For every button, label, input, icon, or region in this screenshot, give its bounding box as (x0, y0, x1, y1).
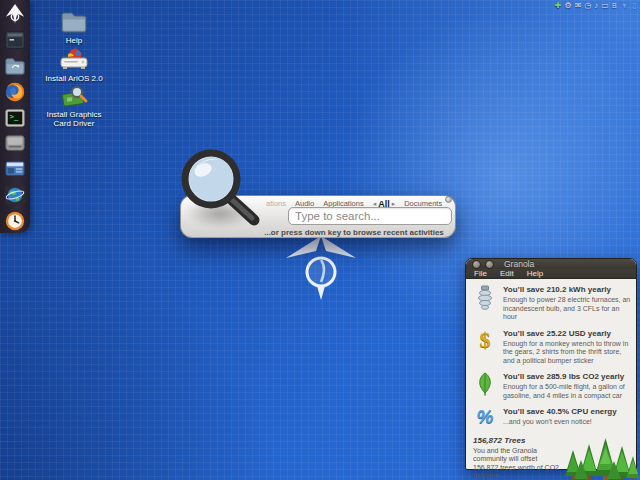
trees-title: 156,872 Trees (473, 436, 559, 445)
savings-desc: Enough for a monkey wrench to throw in t… (503, 340, 631, 366)
clock-icon[interactable]: ◷ (584, 1, 591, 11)
dock-item-disk-utility[interactable] (3, 131, 27, 155)
updates-icon[interactable]: ✚ (555, 1, 562, 11)
volume-icon[interactable]: ♪ (594, 1, 598, 11)
install-arios-icon (58, 46, 90, 72)
arios-logo-icon (4, 3, 26, 25)
folder-icon (4, 55, 26, 77)
dock-clock-icon (4, 210, 26, 232)
savings-row-cpu: % You’ll save 40.5% CPU energy ...and yo… (473, 407, 631, 427)
granola-body: You’ll save 210.2 kWh yearly Enough to p… (466, 279, 636, 480)
dock-item-firefox[interactable] (3, 80, 27, 104)
session-gear-icon[interactable]: ⚙ (564, 1, 571, 11)
leaf-icon (473, 372, 497, 400)
search-magnifier-icon (178, 148, 264, 230)
desktop-icon-install-arios[interactable]: Install AriOS 2.0 (38, 46, 110, 83)
menu-file[interactable]: File (474, 269, 487, 278)
savings-desc: ...and you won’t even notice! (503, 418, 631, 427)
menu-edit[interactable]: Edit (500, 269, 514, 278)
close-button[interactable] (472, 260, 481, 269)
dock-item-file-manager[interactable] (3, 54, 27, 78)
dock-item-terminal-green[interactable]: >_ (3, 106, 27, 130)
dock-item-display-settings[interactable] (3, 157, 27, 181)
cfl-bulb-icon (473, 285, 497, 322)
arios-watermark-logo (283, 232, 359, 308)
savings-row-kwh: You’ll save 210.2 kWh yearly Enough to p… (473, 285, 631, 322)
savings-desc: Enough to power 28 electric furnaces, an… (503, 296, 631, 322)
svg-text:>_: >_ (10, 111, 19, 120)
battery-icon[interactable]: ▭ (601, 1, 609, 11)
network-icon[interactable]: ▾ (623, 1, 627, 11)
trees-summary: 156,872 Trees You and the Granola commun… (473, 436, 631, 480)
desktop-icon-help[interactable]: Help (38, 8, 110, 45)
granola-window: Granola File Edit Help You’ll save 210.2… (465, 258, 637, 470)
savings-title: You’ll save 40.5% CPU energy (503, 407, 631, 417)
dock-item-terminal-dark[interactable] (3, 28, 27, 52)
savings-desc: Enough for a 500-mile flight, a gallon o… (503, 383, 631, 400)
tab-actions[interactable]: ations (266, 199, 286, 208)
savings-title: You’ll save 285.9 lbs CO2 yearly (503, 372, 631, 382)
savings-title: You’ll save 210.2 kWh yearly (503, 285, 631, 295)
trees-illustration (563, 436, 639, 480)
dollar-icon: $ (480, 329, 491, 351)
bluetooth-icon[interactable]: B (612, 1, 617, 11)
dock-item-arios-logo[interactable] (3, 2, 27, 26)
mail-icon[interactable]: ✉ (575, 1, 582, 11)
percent-icon: % (477, 407, 494, 426)
savings-row-usd: $ You’ll save 25.22 USD yearly Enough fo… (473, 329, 631, 366)
window-title: Granola (504, 259, 534, 269)
power-icon[interactable]: ▯ (633, 1, 637, 11)
firefox-icon (4, 81, 26, 103)
menu-help[interactable]: Help (527, 269, 543, 278)
desktop-icon-label: Install Graphics Card Driver (38, 110, 110, 128)
help-folder-icon (60, 8, 88, 34)
minimize-button[interactable] (485, 260, 494, 269)
search-input[interactable] (288, 207, 452, 225)
granola-titlebar[interactable]: Granola (466, 259, 636, 269)
dock: >_ (0, 0, 30, 233)
install-graphics-driver-icon (59, 82, 89, 108)
search-hint-text: ...or press down key to browse recent ac… (257, 228, 451, 237)
dock-item-clock[interactable] (3, 209, 27, 233)
globe-icon (4, 184, 26, 206)
savings-row-co2: You’ll save 285.9 lbs CO2 yearly Enough … (473, 372, 631, 400)
terminal-green-icon: >_ (4, 107, 26, 129)
display-settings-icon (4, 158, 26, 180)
system-tray: ✚ ⚙ ✉ ◷ ♪ ▭ B ▾ ▯ (555, 0, 637, 11)
trees-desc: You and the Granola community will offse… (473, 447, 559, 480)
terminal-dark-icon (4, 29, 26, 51)
disk-drive-icon (4, 132, 26, 154)
savings-title: You’ll save 25.22 USD yearly (503, 329, 631, 339)
granola-menubar: File Edit Help (466, 269, 636, 279)
desktop-icon-label: Help (66, 36, 82, 45)
desktop-icon-install-graphics-driver[interactable]: Install Graphics Card Driver (38, 82, 110, 128)
settings-gear-icon[interactable] (445, 196, 452, 203)
dock-item-web-globe[interactable] (3, 183, 27, 207)
